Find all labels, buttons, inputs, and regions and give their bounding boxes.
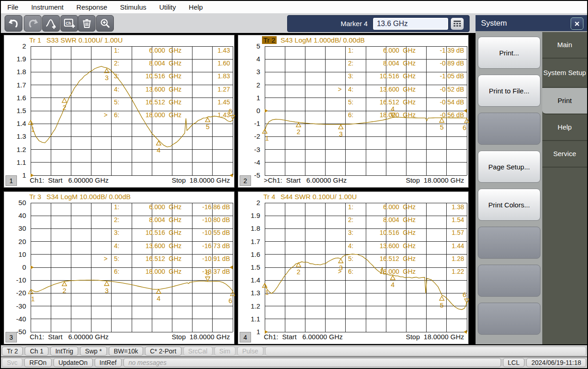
trace-title[interactable]: Tr 1 S33 SWR 0.100U/ 1.00U bbox=[28, 36, 123, 44]
y-axis-tick: -2 bbox=[239, 132, 260, 140]
marker-2[interactable]: 2 bbox=[62, 98, 67, 111]
y-axis-tick: 3 bbox=[239, 68, 260, 76]
marker-3[interactable]: 3 bbox=[104, 282, 109, 294]
marker-4[interactable]: 4 bbox=[156, 141, 161, 154]
menu-help[interactable]: Help bbox=[182, 3, 209, 11]
y-axis-tick: 1.3 bbox=[239, 289, 260, 297]
trace-plot-1[interactable]: 123456Tr 1 S33 SWR 0.100U/ 1.00U21.91.81… bbox=[4, 35, 235, 188]
channel-number-badge: 2 bbox=[240, 175, 251, 186]
marker-readout-cell: 5: bbox=[342, 255, 353, 262]
tab-system-setup[interactable]: System Setup bbox=[542, 59, 587, 88]
y-axis-tick: 50 bbox=[5, 199, 26, 206]
marker-6[interactable]: 6 bbox=[229, 292, 235, 304]
marker-1[interactable]: 1 bbox=[28, 290, 35, 303]
marker-readout-cell: 1.57 bbox=[412, 229, 464, 236]
measurement-label: S43 LogM 1.000dB/ 0.00dB bbox=[277, 36, 365, 44]
marker-readout-cell: 2: bbox=[107, 60, 119, 67]
marker-readout-cell: -0.54 dB bbox=[412, 98, 464, 106]
marker-readout-cell: 5: bbox=[107, 255, 119, 262]
trace-title[interactable]: Tr 2 S43 LogM 1.000dB/ 0.00dB bbox=[262, 36, 365, 44]
tab-help[interactable]: Help bbox=[542, 114, 587, 141]
status-trigger[interactable]: IntTrig bbox=[50, 347, 78, 356]
status-rf[interactable]: RFOn bbox=[24, 358, 51, 367]
menu-response[interactable]: Response bbox=[70, 3, 114, 11]
print-colors-button[interactable]: Print Colors... bbox=[478, 189, 540, 221]
status-active-channel[interactable]: Ch 1 bbox=[25, 347, 48, 356]
x-axis-stop-label: Stop 18.0000 GHz bbox=[139, 176, 230, 184]
marker-2[interactable]: 2 bbox=[296, 123, 301, 136]
add-marker-button[interactable] bbox=[42, 15, 60, 32]
trace-title[interactable]: Tr 4 S44 SWR 0.100U/ 1.00U bbox=[262, 193, 357, 201]
tab-main[interactable]: Main bbox=[542, 32, 587, 59]
empty-softkey-1 bbox=[478, 113, 540, 145]
marker-4[interactable]: 4 bbox=[390, 276, 395, 288]
marker-readout-cell: 3: bbox=[342, 229, 353, 236]
svg-text:3: 3 bbox=[105, 287, 108, 294]
svg-text:1: 1 bbox=[31, 295, 35, 303]
print-to-file-button[interactable]: Print to File... bbox=[478, 75, 540, 107]
trace-plot-4[interactable]: 123456Tr 4 S44 SWR 0.100U/ 1.00U21.91.81… bbox=[238, 191, 469, 344]
marker-5[interactable]: 5 bbox=[439, 118, 444, 131]
trace-title[interactable]: Tr 3 S34 LogM 10.00dB/ 0.00dB bbox=[28, 193, 131, 201]
marker-2[interactable]: 2 bbox=[296, 263, 301, 276]
x-axis-stop-label: Stop 18.0000 GHz bbox=[373, 333, 464, 341]
svg-text:1: 1 bbox=[265, 134, 269, 142]
marker-readout-cell: 6: bbox=[342, 268, 353, 275]
marker-6[interactable]: 6 bbox=[463, 291, 469, 303]
marker-4[interactable]: 4 bbox=[156, 289, 161, 302]
marker-1[interactable]: 1 bbox=[262, 283, 269, 296]
marker-readout-cell: 8.004 bbox=[122, 60, 165, 67]
marker-stimulus-input[interactable] bbox=[373, 18, 448, 30]
marker-2[interactable]: 2 bbox=[62, 282, 67, 294]
marker-readout-cell: -1.39 dB bbox=[412, 47, 464, 54]
svg-text:2: 2 bbox=[297, 268, 300, 276]
y-axis-tick: 0 bbox=[5, 263, 26, 271]
status-active-trace[interactable]: Tr 2 bbox=[2, 347, 23, 356]
delete-button[interactable] bbox=[78, 15, 96, 32]
marker-readout-cell: 2: bbox=[342, 60, 353, 67]
status-update[interactable]: UpdateOn bbox=[53, 358, 93, 367]
y-axis-tick: 1.6 bbox=[5, 94, 26, 102]
status-reference[interactable]: IntRef bbox=[95, 358, 122, 367]
status-lcl[interactable]: LCL bbox=[503, 358, 525, 367]
menu-instrument[interactable]: Instrument bbox=[25, 3, 70, 11]
svg-text:5: 5 bbox=[440, 123, 444, 131]
status-correction[interactable]: C* 2-Port bbox=[145, 347, 182, 356]
marker-readout-cell: 5: bbox=[107, 98, 119, 106]
svg-text:2: 2 bbox=[63, 287, 66, 294]
keypad-button[interactable] bbox=[451, 18, 464, 30]
marker-1[interactable]: 1 bbox=[28, 120, 35, 133]
status-row1-spacer bbox=[265, 347, 586, 356]
tab-print[interactable]: Print bbox=[542, 88, 587, 114]
marker-readout-cell: -0.56 dB bbox=[412, 111, 464, 119]
tab-service[interactable]: Service bbox=[542, 141, 587, 168]
y-axis-tick: 1.4 bbox=[239, 276, 260, 284]
marker-5[interactable]: 5 bbox=[439, 296, 444, 309]
menu-utility[interactable]: Utility bbox=[153, 3, 182, 11]
trace-plot-3[interactable]: 123456Tr 3 S34 LogM 10.00dB/ 0.00dB50403… bbox=[4, 191, 235, 344]
undo-button[interactable] bbox=[5, 15, 22, 32]
menu-stimulus[interactable]: Stimulus bbox=[114, 3, 153, 11]
marker-3[interactable]: 3 bbox=[338, 125, 343, 138]
y-axis-tick: 2 bbox=[239, 81, 260, 89]
add-channel-button[interactable]: Ch bbox=[60, 15, 78, 32]
marker-readout-cell: 18.000 bbox=[356, 111, 399, 119]
y-axis-tick: -4 bbox=[239, 158, 260, 166]
marker-6[interactable]: 6 bbox=[463, 119, 469, 131]
y-axis-tick: 1.8 bbox=[5, 68, 26, 76]
menu-file[interactable]: File bbox=[1, 3, 25, 11]
marker-5[interactable]: 5 bbox=[205, 118, 210, 130]
close-button[interactable] bbox=[571, 17, 583, 30]
y-axis-tick: 1.7 bbox=[5, 81, 26, 89]
menu-bar: File Instrument Response Stimulus Utilit… bbox=[1, 1, 587, 14]
marker-1[interactable]: 1 bbox=[262, 129, 269, 142]
svg-text:5: 5 bbox=[206, 123, 209, 130]
page-setup-button[interactable]: Page Setup... bbox=[478, 151, 540, 183]
y-axis-tick: -3 bbox=[239, 146, 260, 153]
status-sweep[interactable]: Swp * bbox=[80, 347, 107, 356]
zoom-button[interactable] bbox=[96, 15, 114, 32]
print-button[interactable]: Print... bbox=[478, 37, 540, 69]
trace-plot-2[interactable]: 123456Tr 2 S43 LogM 1.000dB/ 0.00dB54321… bbox=[238, 35, 469, 188]
marker-readout-cell: 13.600 bbox=[122, 242, 165, 250]
status-bandwidth[interactable]: BW=10k bbox=[109, 347, 143, 356]
